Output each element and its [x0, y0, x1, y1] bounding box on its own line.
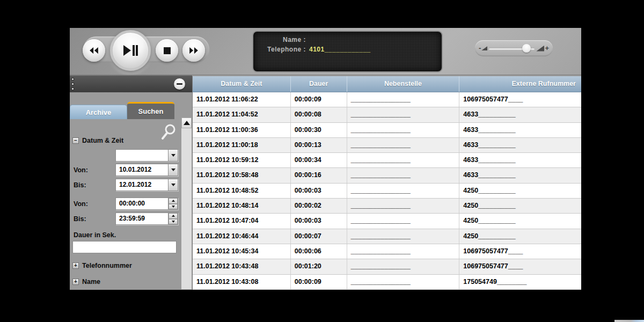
time-von-spinner[interactable]: 00:00:00 [115, 197, 178, 210]
dauer-input[interactable] [72, 241, 177, 253]
telephone-value: 4101____________ [309, 45, 371, 54]
expand-section-icon[interactable]: + [72, 279, 79, 285]
table-row[interactable]: 11.01.2012 10:48:14 00:00:02 ___________… [193, 199, 581, 214]
cell-extern: 4250__________ [459, 214, 581, 228]
section-name: + Name [72, 278, 100, 286]
cell-datetime: 11.01.2012 10:59:12 [193, 153, 290, 167]
table-row[interactable]: 11.01.2012 10:43:48 00:01:20 ___________… [193, 259, 581, 274]
telephone-label: Telephone : [253, 45, 306, 54]
cell-nebenstelle: ________________ [347, 199, 459, 213]
stop-button[interactable] [156, 39, 178, 62]
table-body: 11.01.2012 11:06:22 00:00:09 ___________… [193, 92, 581, 290]
cell-extern: 4633__________ [459, 168, 581, 182]
date-filter-value [116, 150, 168, 161]
cell-extern: 106975057477____ [459, 259, 581, 274]
search-sidebar: Archive Suchen − Datum & Zeit Von: 10.01… [70, 75, 192, 290]
dropdown-arrow-button[interactable] [168, 164, 178, 175]
table-row[interactable]: 11.01.2012 11:00:36 00:00:30 ___________… [193, 123, 581, 138]
drag-grip-icon[interactable] [71, 78, 74, 90]
table-row[interactable]: 11.01.2012 10:46:44 00:00:07 ___________… [193, 229, 581, 244]
column-header-nebenstelle[interactable]: Nebenstelle [347, 76, 459, 92]
scroll-up-button[interactable] [181, 118, 192, 128]
chevron-up-icon [172, 200, 175, 202]
cell-nebenstelle: ________________ [347, 153, 459, 167]
fast-forward-button[interactable] [182, 39, 205, 62]
cell-extern: 4633__________ [459, 123, 581, 137]
table-row[interactable]: 11.01.2012 10:59:12 00:00:34 ___________… [193, 153, 581, 168]
time-bis-spinner[interactable]: 23:59:59 [115, 213, 178, 225]
cell-dauer: 00:00:16 [290, 168, 347, 182]
date-bis-dropdown[interactable]: 12.01.2012 [115, 179, 178, 191]
column-header-externe-rufnummer[interactable]: Externe Rufnummer [459, 76, 581, 92]
cell-datetime: 11.01.2012 11:00:36 [193, 123, 290, 137]
table-row[interactable]: 11.01.2012 10:45:34 00:00:06 ___________… [193, 244, 581, 259]
spinner-down-button[interactable] [169, 219, 178, 225]
cell-nebenstelle: ________________ [347, 168, 459, 182]
rewind-icon [89, 47, 99, 54]
sidebar-scrollbar[interactable] [181, 117, 192, 290]
table-row[interactable]: 11.01.2012 11:00:18 00:00:13 ___________… [193, 138, 581, 153]
spinner-down-button[interactable] [169, 204, 178, 210]
name-label: Name : [253, 35, 306, 45]
expand-section-icon[interactable]: + [72, 262, 79, 269]
cell-dauer: 00:00:09 [290, 275, 347, 289]
cell-nebenstelle: ________________ [347, 184, 459, 198]
play-pause-button[interactable] [110, 30, 151, 71]
cell-datetime: 11.01.2012 10:43:48 [193, 259, 290, 274]
cell-datetime: 11.01.2012 10:46:44 [193, 229, 290, 244]
table-row[interactable]: 11.01.2012 10:43:08 00:00:09 ___________… [193, 275, 581, 290]
date-filter-dropdown[interactable] [115, 149, 178, 162]
cell-dauer: 00:00:06 [290, 244, 347, 259]
spinner-up-button[interactable] [169, 198, 178, 204]
table-row[interactable]: 11.01.2012 11:04:52 00:00:08 ___________… [193, 107, 581, 122]
table-row[interactable]: 11.01.2012 10:48:52 00:00:03 ___________… [193, 184, 581, 199]
table-row[interactable]: 11.01.2012 10:47:04 00:00:03 ___________… [193, 214, 581, 229]
tab-archive[interactable]: Archive [70, 105, 127, 119]
section-datum-zeit: − Datum & Zeit [72, 137, 123, 144]
display-name-row: Name : [253, 35, 442, 45]
dauer-label: Dauer in Sek. [74, 231, 116, 239]
volume-knob[interactable] [522, 44, 531, 53]
cell-datetime: 11.01.2012 11:00:18 [193, 138, 290, 152]
volume-low-icon [481, 46, 487, 50]
cell-extern: 4633__________ [459, 153, 581, 167]
cell-extern: 175054749________ [459, 275, 581, 289]
column-header-datum-zeit[interactable]: Datum & Zeit [193, 76, 290, 92]
cell-nebenstelle: ________________ [347, 229, 459, 244]
volume-control: - + [475, 40, 553, 56]
desktop-background: Name : Telephone : 4101____________ - + [0, 0, 644, 322]
cell-extern: 4633__________ [459, 138, 581, 152]
tab-suchen[interactable]: Suchen [127, 102, 174, 119]
rewind-button[interactable] [83, 39, 105, 62]
cell-extern: 4250__________ [459, 184, 581, 198]
table-row[interactable]: 11.01.2012 10:58:48 00:00:16 ___________… [193, 168, 581, 183]
minus-icon [177, 83, 182, 85]
dropdown-arrow-button[interactable] [168, 179, 178, 191]
arrow-up-icon [184, 121, 190, 125]
spinner-up-button[interactable] [169, 213, 178, 219]
cell-extern: 106975057477____ [459, 244, 581, 259]
call-list-table: Datum & Zeit Dauer Nebenstelle Externe R… [192, 76, 581, 290]
chevron-up-icon [172, 215, 175, 217]
section-telefonnummer-label: Telefonnummer [82, 262, 132, 269]
cell-datetime: 11.01.2012 10:48:52 [193, 184, 290, 198]
volume-track[interactable] [489, 48, 535, 49]
column-header-dauer[interactable]: Dauer [290, 76, 347, 92]
stop-icon [164, 47, 171, 54]
collapse-section-icon[interactable]: − [72, 137, 79, 144]
volume-high-icon [536, 46, 544, 52]
cell-dauer: 00:00:03 [290, 184, 347, 198]
cell-nebenstelle: ________________ [347, 123, 459, 137]
fast-forward-icon [188, 47, 199, 54]
date-von-dropdown[interactable]: 10.01.2012 [115, 164, 178, 176]
cell-datetime: 11.01.2012 10:43:08 [193, 275, 290, 289]
section-datum-zeit-label: Datum & Zeit [82, 137, 123, 144]
dropdown-arrow-button[interactable] [168, 150, 178, 161]
chevron-down-icon [171, 154, 175, 157]
collapse-panel-button[interactable] [174, 78, 185, 90]
chevron-down-icon [172, 206, 175, 208]
table-row[interactable]: 11.01.2012 11:06:22 00:00:09 ___________… [193, 92, 581, 107]
cell-datetime: 11.01.2012 10:45:34 [193, 244, 290, 259]
search-icon[interactable] [160, 123, 176, 143]
time-von-value: 00:00:00 [116, 198, 168, 209]
